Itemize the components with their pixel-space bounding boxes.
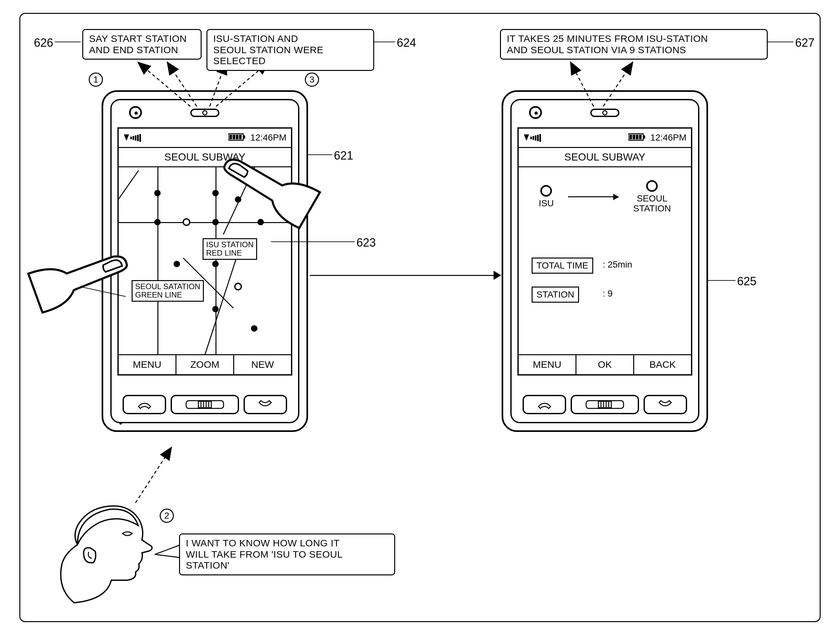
total-time-value-text: 25min <box>608 260 632 269</box>
phone-left: 12:46PM SEOUL SUBWAY <box>102 90 308 432</box>
map-node[interactable] <box>212 219 219 225</box>
camera-icon <box>129 106 142 119</box>
ref-627: 627 <box>795 36 815 50</box>
map-label-isu: ISU STATION RED LINE <box>202 238 257 260</box>
station-count-value: : 9 <box>603 288 613 299</box>
step-2-icon: 2 <box>159 509 174 523</box>
hardware-buttons <box>523 395 687 414</box>
map-node-open[interactable] <box>234 283 242 290</box>
map-node[interactable] <box>154 219 161 225</box>
hardware-buttons <box>123 395 287 414</box>
phone-down-icon <box>658 400 673 409</box>
total-time-box: TOTAL TIME <box>532 258 593 274</box>
step-1-num: 1 <box>93 74 98 85</box>
call-button[interactable] <box>523 395 566 414</box>
route-result: ISU SEOUL STATION TOTAL TIME : 25min STA… <box>519 167 691 354</box>
route-to-label-l2: STATION <box>633 204 671 214</box>
map-node[interactable] <box>174 261 180 267</box>
status-bar: 12:46PM <box>519 129 691 148</box>
callout-user-query: I WANT TO KNOW HOW LONG IT WILL TAKE FRO… <box>179 533 395 575</box>
app-title-text: SEOUL SUBWAY <box>564 151 645 163</box>
end-button[interactable] <box>644 395 687 414</box>
phone-up-icon <box>537 400 552 409</box>
svg-rect-33 <box>598 401 611 408</box>
ref-626: 626 <box>34 36 53 50</box>
clock-text: 12:46PM <box>250 132 286 142</box>
home-slider[interactable] <box>171 395 239 414</box>
map-node[interactable] <box>154 190 161 196</box>
svg-rect-31 <box>639 135 642 139</box>
svg-rect-27 <box>643 136 645 139</box>
svg-rect-32 <box>586 401 624 408</box>
route-to-label-l1: SEOUL <box>633 194 671 204</box>
map-label-isu-l1: ISU STATION <box>206 241 254 249</box>
user-head-icon <box>55 484 161 606</box>
map-label-seoul: SEOUL SATATION GREEN LINE <box>132 280 204 302</box>
map-label-seoul-l1: SEOUL SATATION <box>135 282 201 291</box>
ref-624: 624 <box>397 36 416 50</box>
map-node[interactable] <box>257 219 264 225</box>
map-label-seoul-l2: GREEN LINE <box>135 291 201 299</box>
total-time-label: TOTAL TIME <box>537 260 588 271</box>
softkey-zoom[interactable]: ZOOM <box>177 355 234 374</box>
softkey-back[interactable]: BACK <box>634 355 691 374</box>
ref-625: 625 <box>737 275 756 288</box>
map-node[interactable] <box>251 325 257 332</box>
app-title: SEOUL SUBWAY <box>519 148 691 167</box>
camera-icon <box>529 106 542 119</box>
svg-rect-28 <box>629 135 632 139</box>
ref-623: 623 <box>357 236 376 249</box>
step-3-num: 3 <box>309 74 314 85</box>
earpiece-icon <box>591 109 619 117</box>
status-right: 12:46PM <box>628 132 687 143</box>
route-diagram: ISU SEOUL STATION <box>532 180 678 214</box>
signal-icon <box>123 134 141 142</box>
callout-user-query-text: I WANT TO KNOW HOW LONG IT WILL TAKE FRO… <box>186 538 342 570</box>
map-label-isu-l2: RED LINE <box>206 249 254 257</box>
callout-result-text: IT TAKES 25 MINUTES FROM ISU-STATION AND… <box>507 33 708 55</box>
callout-prompt: SAY START STATION AND END STATION <box>82 29 202 60</box>
callout-result: IT TAKES 25 MINUTES FROM ISU-STATION AND… <box>500 29 768 60</box>
callout-confirmation-text: ISU-STATION AND SEOUL STATION WERE SELEC… <box>213 33 324 66</box>
home-slider[interactable] <box>571 395 639 414</box>
slider-icon <box>586 399 624 410</box>
callout-confirmation: ISU-STATION AND SEOUL STATION WERE SELEC… <box>207 29 374 71</box>
map-node[interactable] <box>212 306 219 312</box>
map-node[interactable] <box>212 261 219 267</box>
svg-rect-20 <box>186 401 224 408</box>
step-1-icon: 1 <box>89 72 103 87</box>
softkey-menu[interactable]: MENU <box>519 355 576 374</box>
svg-rect-16 <box>229 135 232 139</box>
ref-621: 621 <box>334 149 353 162</box>
clock-text: 12:46PM <box>651 132 687 142</box>
softkey-bar: MENU ZOOM NEW <box>119 354 291 374</box>
station-count-value-text: 9 <box>608 288 613 298</box>
step-3-icon: 3 <box>305 72 319 87</box>
svg-rect-17 <box>232 135 235 139</box>
map-node-open[interactable] <box>183 218 190 226</box>
step-2-num: 2 <box>164 511 169 521</box>
route-from: ISU <box>539 185 554 208</box>
status-bar: 12:46PM <box>119 129 291 148</box>
call-button[interactable] <box>123 395 166 414</box>
total-time-value: : 25min <box>603 260 632 270</box>
svg-rect-29 <box>633 135 635 139</box>
screen-right[interactable]: 12:46PM SEOUL SUBWAY ISU SEOUL STATION T <box>518 127 692 375</box>
earpiece-icon <box>190 109 219 117</box>
svg-rect-30 <box>636 135 638 139</box>
battery-icon <box>628 133 646 143</box>
softkey-ok[interactable]: OK <box>576 355 634 374</box>
station-ring-icon <box>646 180 658 192</box>
softkey-bar: MENU OK BACK <box>519 354 691 374</box>
slider-icon <box>185 399 224 410</box>
signal-icon <box>523 134 541 142</box>
phone-up-icon <box>137 400 152 409</box>
end-button[interactable] <box>243 395 287 414</box>
mic-hole-icon <box>119 422 122 424</box>
station-ring-icon <box>540 185 552 197</box>
softkey-new[interactable]: NEW <box>234 355 291 374</box>
route-to: SEOUL STATION <box>633 180 671 214</box>
softkey-menu[interactable]: MENU <box>119 355 177 374</box>
callout-prompt-text: SAY START STATION AND END STATION <box>89 33 187 55</box>
svg-rect-21 <box>198 401 211 408</box>
